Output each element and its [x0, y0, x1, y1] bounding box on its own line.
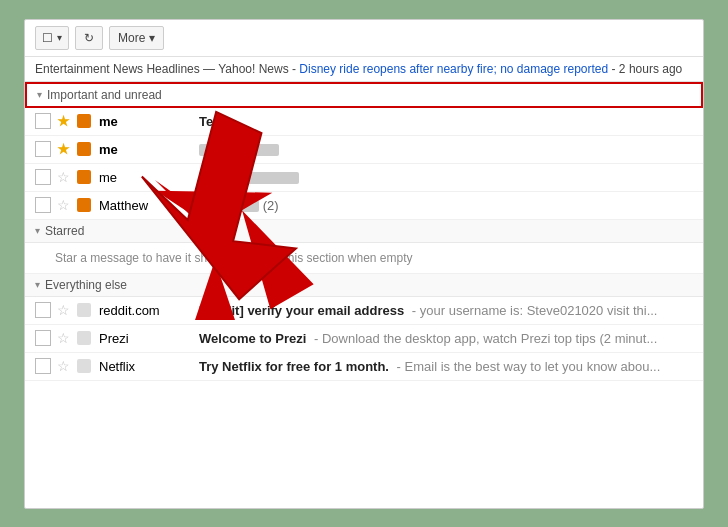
collapse-triangle-icon: ▾ [35, 279, 40, 290]
preview-text: - Download the desktop app, watch Prezi … [314, 331, 657, 346]
news-bar: Entertainment News Headlines — Yahoo! Ne… [25, 57, 703, 82]
sender-name: reddit.com [99, 303, 199, 318]
email-row[interactable]: ★ me Test [25, 108, 703, 136]
blurred-subject [199, 144, 279, 156]
news-link[interactable]: Disney ride reopens after nearby fire; n… [299, 62, 608, 76]
star-icon[interactable]: ★ [57, 141, 73, 157]
sender-name: Netflix [99, 359, 199, 374]
star-icon[interactable]: ☆ [57, 330, 73, 346]
subject-preview: (2) [199, 198, 693, 213]
label-tag [77, 303, 91, 317]
email-row[interactable]: ☆ Prezi Welcome to Prezi - Download the … [25, 325, 703, 353]
star-icon[interactable]: ☆ [57, 358, 73, 374]
toolbar: ☐ ▾ ↻ More ▾ [25, 20, 703, 57]
collapse-triangle-icon: ▾ [37, 89, 42, 100]
row-checkbox[interactable] [35, 330, 51, 346]
email-row[interactable]: ★ me [25, 136, 703, 164]
sender-name: Matthew [99, 198, 199, 213]
refresh-icon: ↻ [84, 31, 94, 45]
row-checkbox[interactable] [35, 358, 51, 374]
sender-name: me [99, 170, 199, 185]
select-checkbox-button[interactable]: ☐ ▾ [35, 26, 69, 50]
blurred-subject [199, 200, 259, 212]
section-label-everything-else: Everything else [45, 278, 127, 292]
email-row[interactable]: ☆ Matthew (2) [25, 192, 703, 220]
more-button[interactable]: More ▾ [109, 26, 164, 50]
email-row[interactable]: ☆ me [25, 164, 703, 192]
starred-empty-text: Star a message to have it show here. [55, 251, 253, 265]
label-tag [77, 359, 91, 373]
label-tag [77, 331, 91, 345]
subject-preview [199, 142, 693, 157]
subject-preview: Welcome to Prezi - Download the desktop … [199, 331, 693, 346]
sender-name: me [99, 142, 199, 157]
subject-preview: Try Netflix for free for 1 month. - Emai… [199, 359, 693, 374]
section-header-important-unread[interactable]: ▾ Important and unread [25, 82, 703, 108]
star-icon[interactable]: ★ [57, 113, 73, 129]
collapse-triangle-icon: ▾ [35, 225, 40, 236]
section-header-starred[interactable]: ▾ Starred [25, 220, 703, 243]
section-label-starred: Starred [45, 224, 84, 238]
row-checkbox[interactable] [35, 197, 51, 213]
subject-preview: Test [199, 114, 693, 129]
more-label: More ▾ [118, 31, 155, 45]
subject-preview: [reddit] verify your email address - you… [199, 303, 693, 318]
email-count: (2) [263, 198, 279, 213]
star-icon[interactable]: ☆ [57, 197, 73, 213]
blurred-subject [199, 172, 299, 184]
email-row[interactable]: ☆ Netflix Try Netflix for free for 1 mon… [25, 353, 703, 381]
label-tag [77, 114, 91, 128]
starred-empty-message: Star a message to have it show here. Hid… [25, 243, 703, 274]
preview-text: - your username is: Steve021020 visit th… [412, 303, 658, 318]
preview-text: - Email is the best way to let you know … [397, 359, 661, 374]
label-tag [77, 142, 91, 156]
row-checkbox[interactable] [35, 169, 51, 185]
gmail-window: ☐ ▾ ↻ More ▾ Entertainment News Headline… [24, 19, 704, 509]
chevron-down-icon: ▾ [57, 32, 62, 43]
subject-text: Welcome to Prezi [199, 331, 306, 346]
label-tag [77, 198, 91, 212]
checkbox-icon: ☐ [42, 31, 53, 45]
subject-text: Try Netflix for free for 1 month. [199, 359, 389, 374]
hide-link[interactable]: Hide [256, 251, 281, 265]
news-prefix: Entertainment News Headlines — Yahoo! Ne… [35, 62, 299, 76]
email-row[interactable]: ☆ reddit.com [reddit] verify your email … [25, 297, 703, 325]
star-icon[interactable]: ☆ [57, 302, 73, 318]
sender-name: Prezi [99, 331, 199, 346]
row-checkbox[interactable] [35, 302, 51, 318]
star-icon[interactable]: ☆ [57, 169, 73, 185]
refresh-button[interactable]: ↻ [75, 26, 103, 50]
subject-text: Test [199, 114, 225, 129]
section-header-everything-else[interactable]: ▾ Everything else [25, 274, 703, 297]
sender-name: me [99, 114, 199, 129]
label-tag [77, 170, 91, 184]
subject-preview [199, 170, 693, 185]
news-suffix: - 2 hours ago [608, 62, 682, 76]
subject-text: [reddit] verify your email address [199, 303, 404, 318]
starred-suffix: this section when empty [281, 251, 412, 265]
section-label-important-unread: Important and unread [47, 88, 162, 102]
row-checkbox[interactable] [35, 113, 51, 129]
row-checkbox[interactable] [35, 141, 51, 157]
